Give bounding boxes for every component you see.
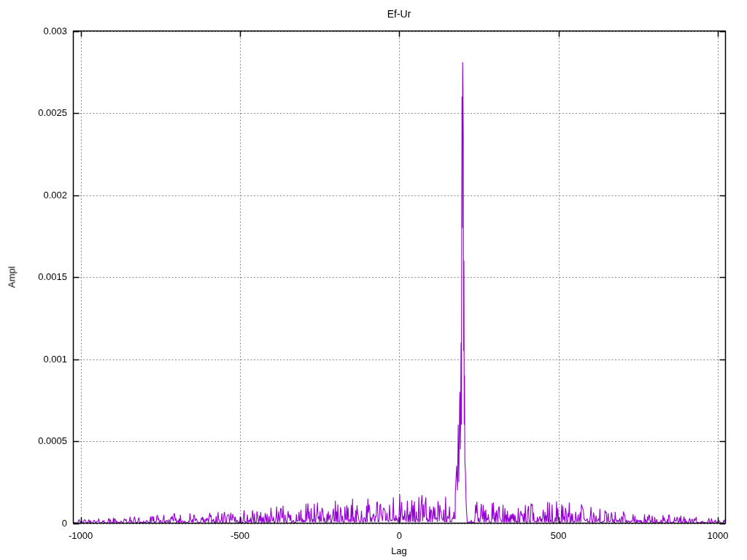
- x-tick-label: 500: [526, 530, 592, 542]
- chart-canvas: [0, 0, 747, 560]
- x-tick-label: 1000: [685, 530, 747, 542]
- y-tick-label: 0.001: [0, 354, 67, 365]
- x-tick-label: -500: [207, 530, 273, 542]
- y-tick-label: 0.002: [0, 190, 67, 201]
- x-tick-label: -1000: [48, 530, 114, 542]
- correlation-chart: Ef-Ur Ampl Lag 00.00050.0010.00150.0020.…: [0, 0, 747, 560]
- y-tick-label: 0.0005: [0, 435, 67, 447]
- x-tick-label: 0: [366, 530, 432, 542]
- chart-title: Ef-Ur: [73, 8, 725, 20]
- y-tick-label: 0.0015: [0, 271, 67, 283]
- y-tick-label: 0.0025: [0, 107, 67, 119]
- x-axis-label: Lag: [73, 545, 725, 556]
- y-tick-label: 0: [0, 518, 67, 529]
- y-tick-label: 0.003: [0, 26, 67, 37]
